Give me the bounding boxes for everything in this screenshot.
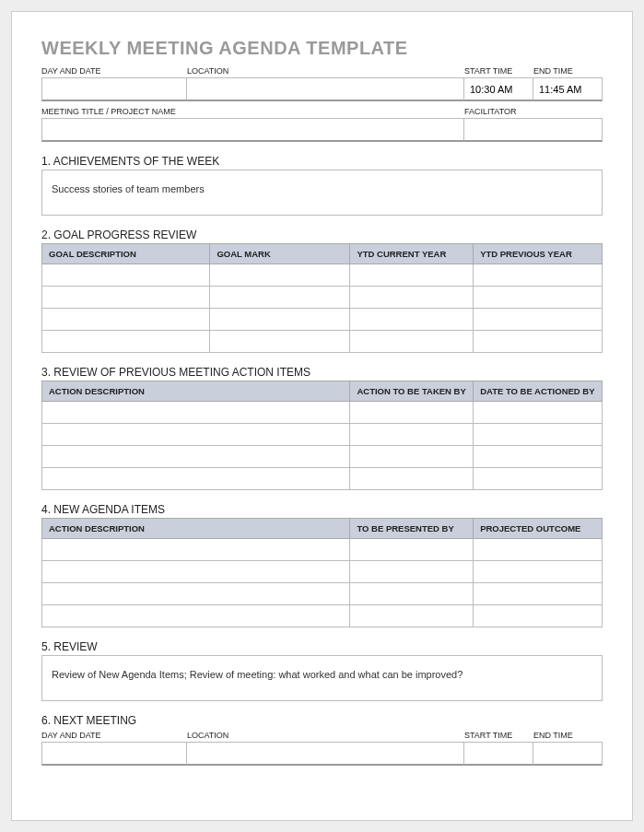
cell[interactable] [474, 424, 603, 446]
goal-desc-header: GOAL DESCRIPTION [42, 244, 210, 264]
next-location-label: LOCATION [187, 729, 464, 742]
cell[interactable] [42, 561, 350, 583]
page-title: WEEKLY MEETING AGENDA TEMPLATE [41, 38, 603, 59]
table-row [42, 605, 603, 627]
cell[interactable] [474, 583, 603, 605]
location-input[interactable] [187, 77, 464, 101]
start-time-label: START TIME [464, 64, 533, 77]
cell[interactable] [210, 309, 350, 331]
next-day-date-label: DAY AND DATE [41, 729, 187, 742]
cell[interactable] [350, 309, 474, 331]
goal-mark-header: GOAL MARK [210, 244, 350, 264]
table-row [42, 583, 603, 605]
review-box[interactable]: Review of New Agenda Items; Review of me… [41, 655, 603, 701]
start-time-input[interactable] [464, 77, 533, 101]
cell[interactable] [350, 539, 474, 561]
cell[interactable] [474, 287, 603, 309]
section-1-heading: 1. ACHIEVEMENTS OF THE WEEK [41, 155, 603, 168]
table-row [42, 264, 603, 287]
cell[interactable] [350, 424, 474, 446]
meeting-title-label: MEETING TITLE / PROJECT NAME [41, 105, 464, 118]
review-text: Review of New Agenda Items; Review of me… [52, 669, 463, 680]
end-time-label: END TIME [533, 64, 603, 77]
cell[interactable] [42, 287, 210, 309]
action-desc-header: ACTION DESCRIPTION [42, 381, 350, 402]
meta-row-2: MEETING TITLE / PROJECT NAME FACILITATOR [41, 105, 603, 142]
table-row [42, 561, 603, 583]
meta-row-1: DAY AND DATE LOCATION START TIME END TIM… [41, 64, 603, 101]
table-row [42, 446, 603, 468]
cell[interactable] [350, 583, 474, 605]
cell[interactable] [474, 605, 603, 627]
cell[interactable] [42, 424, 350, 446]
cell[interactable] [42, 402, 350, 424]
next-end-time-input[interactable] [533, 742, 603, 766]
table-row [42, 402, 603, 424]
cell[interactable] [42, 309, 210, 331]
new-desc-header: ACTION DESCRIPTION [42, 519, 350, 539]
cell[interactable] [474, 331, 603, 353]
next-day-date-input[interactable] [41, 742, 187, 766]
table-row [42, 468, 603, 490]
cell[interactable] [350, 287, 474, 309]
cell[interactable] [42, 468, 350, 490]
cell[interactable] [474, 264, 603, 287]
cell[interactable] [474, 468, 603, 490]
day-date-label: DAY AND DATE [41, 64, 187, 77]
action-date-header: DATE TO BE ACTIONED BY [474, 381, 603, 402]
cell[interactable] [350, 446, 474, 468]
end-time-input[interactable] [533, 77, 603, 101]
action-by-header: ACTION TO BE TAKEN BY [350, 381, 474, 402]
cell[interactable] [350, 264, 474, 287]
cell[interactable] [210, 287, 350, 309]
cell[interactable] [210, 264, 350, 287]
next-start-time-label: START TIME [464, 729, 533, 742]
next-end-time-label: END TIME [533, 729, 603, 742]
section-4-heading: 4. NEW AGENDA ITEMS [41, 503, 603, 516]
section-5-heading: 5. REVIEW [41, 640, 603, 653]
achievements-text: Success stories of team members [52, 183, 205, 194]
cell[interactable] [42, 264, 210, 287]
facilitator-input[interactable] [464, 118, 603, 142]
cell[interactable] [42, 583, 350, 605]
section-2-heading: 2. GOAL PROGRESS REVIEW [41, 229, 603, 241]
cell[interactable] [350, 402, 474, 424]
section-6-heading: 6. NEXT MEETING [41, 714, 603, 727]
cell[interactable] [474, 539, 603, 561]
table-row [42, 424, 603, 446]
cell[interactable] [350, 468, 474, 490]
cell[interactable] [474, 561, 603, 583]
outcome-header: PROJECTED OUTCOME [474, 519, 603, 539]
previous-actions-table: ACTION DESCRIPTION ACTION TO BE TAKEN BY… [41, 381, 603, 490]
cell[interactable] [210, 331, 350, 353]
facilitator-label: FACILITATOR [464, 105, 603, 118]
table-row [42, 539, 603, 561]
location-label: LOCATION [187, 64, 464, 77]
agenda-document: WEEKLY MEETING AGENDA TEMPLATE DAY AND D… [11, 11, 633, 821]
cell[interactable] [350, 331, 474, 353]
cell[interactable] [474, 446, 603, 468]
ytd-current-header: YTD CURRENT YEAR [350, 244, 474, 264]
next-start-time-input[interactable] [464, 742, 533, 766]
cell[interactable] [42, 331, 210, 353]
next-meeting-row: DAY AND DATE LOCATION START TIME END TIM… [41, 729, 603, 766]
ytd-previous-header: YTD PREVIOUS YEAR [474, 244, 603, 264]
table-row [42, 331, 603, 353]
table-row [42, 287, 603, 309]
cell[interactable] [474, 309, 603, 331]
achievements-box[interactable]: Success stories of team members [41, 170, 603, 216]
cell[interactable] [42, 446, 350, 468]
cell[interactable] [350, 561, 474, 583]
day-date-input[interactable] [41, 77, 187, 101]
next-location-input[interactable] [187, 742, 464, 766]
meeting-title-input[interactable] [41, 118, 464, 142]
new-agenda-table: ACTION DESCRIPTION TO BE PRESENTED BY PR… [41, 518, 603, 627]
goal-progress-table: GOAL DESCRIPTION GOAL MARK YTD CURRENT Y… [41, 243, 603, 353]
cell[interactable] [42, 539, 350, 561]
cell[interactable] [350, 605, 474, 627]
section-3-heading: 3. REVIEW OF PREVIOUS MEETING ACTION ITE… [41, 366, 603, 379]
cell[interactable] [474, 402, 603, 424]
table-row [42, 309, 603, 331]
cell[interactable] [42, 605, 350, 627]
presented-by-header: TO BE PRESENTED BY [350, 519, 474, 539]
